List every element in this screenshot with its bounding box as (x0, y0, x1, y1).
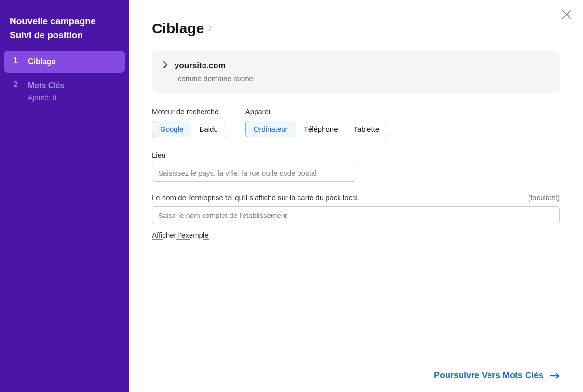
domain-row: yoursite.com (163, 61, 548, 70)
domain-card[interactable]: yoursite.com comme domaine racine (152, 51, 560, 93)
footer: Poursuivre Vers Mots Clés (152, 361, 560, 380)
wizard-step-targeting[interactable]: 1 Ciblage (4, 51, 125, 73)
device-option-desktop[interactable]: Ordinateur (245, 121, 296, 137)
main-content: Ciblage i yoursite.com comme domaine rac… (129, 0, 583, 392)
business-section: Le nom de l'entreprise tel qu'il s'affic… (152, 193, 560, 240)
info-icon[interactable]: i (209, 25, 211, 33)
wizard-sidebar: Nouvelle campagne Suivi de position 1 Ci… (0, 0, 129, 392)
device-option-phone[interactable]: Téléphone (296, 121, 346, 137)
chevron-right-icon (163, 61, 168, 70)
close-button[interactable] (561, 9, 572, 20)
sidebar-title-line1: Nouvelle campagne (10, 14, 119, 28)
device-label: Appareil (245, 108, 387, 116)
domain-name: yoursite.com (175, 61, 226, 70)
wizard-step-keywords[interactable]: 2 Mots Clés Ajouté: 0 (4, 75, 125, 107)
step-number: 1 (14, 56, 28, 65)
step-number: 2 (14, 81, 28, 89)
step-label: Mots Clés (28, 81, 65, 91)
sidebar-title-line2: Suivi de position (10, 28, 119, 42)
location-label: Lieu (152, 151, 560, 159)
close-icon (561, 9, 572, 20)
sidebar-title: Nouvelle campagne Suivi de position (0, 14, 129, 51)
page-title: Ciblage i (152, 20, 560, 37)
device-option-tablet[interactable]: Tablette (346, 121, 388, 137)
step-label: Ciblage (28, 56, 56, 67)
continue-button-label: Poursuivre Vers Mots Clés (434, 370, 543, 380)
page-title-text: Ciblage (152, 20, 204, 37)
search-engine-option-google[interactable]: Google (152, 121, 191, 137)
location-input[interactable] (152, 164, 356, 182)
continue-button[interactable]: Poursuivre Vers Mots Clés (434, 370, 560, 380)
device-segmented: Ordinateur Téléphone Tablette (245, 121, 387, 137)
step-subtext: Ajouté: 0 (28, 94, 65, 102)
show-example-link[interactable]: Afficher l'exemple (152, 231, 209, 240)
search-engine-group: Moteur de recherche Google Baidu (152, 108, 226, 137)
search-engine-option-baidu[interactable]: Baidu (191, 121, 226, 137)
search-engine-segmented: Google Baidu (152, 121, 226, 137)
optional-text: (facultatif) (528, 193, 560, 202)
business-label: Le nom de l'entreprise tel qu'il s'affic… (152, 193, 360, 202)
device-group: Appareil Ordinateur Téléphone Tablette (245, 108, 387, 137)
location-section: Lieu (152, 151, 560, 182)
business-name-input[interactable] (152, 206, 560, 224)
domain-subtitle: comme domaine racine (178, 74, 548, 82)
arrow-right-icon (550, 372, 560, 379)
search-engine-label: Moteur de recherche (152, 108, 226, 116)
